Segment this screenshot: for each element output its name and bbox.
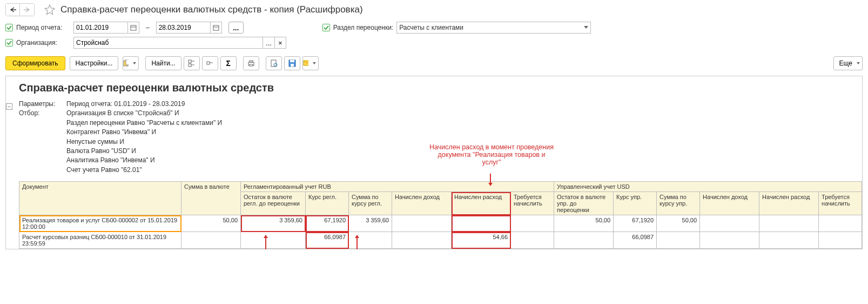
titlebar: Справка-расчет переоценки валютных средс…: [0, 0, 868, 19]
collapse-handle[interactable]: −: [6, 103, 12, 110]
calendar-icon: [213, 24, 219, 31]
svg-rect-19: [291, 64, 294, 67]
th-expense-mgmt: Начислен расход: [759, 192, 819, 215]
th-sum-reg: Сумма по курсу регл.: [349, 192, 392, 215]
find-button[interactable]: Найти...: [145, 56, 181, 70]
report-table: Документ Сумма в валюте Регламентированн…: [19, 181, 862, 249]
register-button[interactable]: [266, 56, 282, 70]
expand-groups-button[interactable]: [184, 56, 200, 70]
document-view-icon: [270, 60, 278, 67]
table-cell: [511, 215, 554, 232]
table-cell: Реализация товаров и услуг СБ00-000002 о…: [19, 215, 181, 232]
settings-button[interactable]: Настройки...: [70, 56, 119, 70]
table-cell: [554, 232, 614, 249]
org-ellipsis-button[interactable]: ...: [263, 37, 274, 49]
table-cell: [700, 232, 759, 249]
svg-rect-5: [126, 60, 129, 65]
check-icon: [6, 40, 12, 45]
th-sum-mgmt: Сумма по курсу упр.: [657, 192, 700, 215]
find-label: Найти...: [151, 60, 175, 67]
form-button[interactable]: Сформировать: [5, 56, 65, 70]
section-checkbox[interactable]: [322, 24, 330, 31]
table-cell: 3 359,60: [349, 215, 392, 232]
period-checkbox[interactable]: [5, 24, 13, 31]
th-sum-cur: Сумма в валюте: [181, 182, 241, 215]
th-mgmt-group: Управленческий учет USD: [554, 182, 862, 192]
table-cell: 3 359,60: [241, 215, 306, 232]
table-cell: [349, 232, 392, 249]
th-rate-reg: Курс регл.: [306, 192, 349, 215]
toolbar: Сформировать Настройки... Найти... Σ Еще: [0, 53, 868, 74]
mail-icon: [303, 60, 308, 67]
table-row[interactable]: Реализация товаров и услуг СБ00-000002 о…: [19, 215, 862, 232]
th-bal-reg: Остаток в валюте регл. до переоценки: [241, 192, 306, 215]
date-to-picker-button[interactable]: [210, 22, 222, 34]
back-button[interactable]: [6, 4, 20, 16]
table-cell: 66,0987: [614, 232, 657, 249]
section-value: Расчеты с клиентами: [399, 24, 463, 31]
page-title: Справка-расчет переоценки валютных средс…: [60, 4, 363, 15]
table-row[interactable]: Расчет курсовых разниц СБ00-000010 от 31…: [19, 232, 862, 249]
params-panel: Период отчета: – ... Раздел переоценки: …: [0, 19, 868, 51]
more-button[interactable]: Еще: [833, 56, 863, 70]
table-cell: 66,0987: [306, 232, 349, 249]
date-from-input[interactable]: [73, 22, 127, 34]
table-cell: 50,00: [657, 215, 700, 232]
nav-group: [5, 3, 35, 16]
settings-label: Настройки...: [76, 60, 113, 67]
send-button[interactable]: [302, 56, 319, 70]
print-button[interactable]: [243, 56, 259, 70]
report-filter-line: Контрагент Равно "Инвема" И: [66, 128, 222, 137]
org-input[interactable]: [73, 37, 263, 49]
report-filter-line: Непустые суммы И: [66, 137, 222, 147]
favorite-icon[interactable]: [44, 4, 55, 15]
table-cell: [759, 232, 819, 249]
table-cell: [181, 232, 241, 249]
org-checkbox[interactable]: [5, 39, 13, 47]
check-icon: [6, 25, 12, 30]
table-cell: 67,1920: [306, 215, 349, 232]
report-filter-line: Раздел переоценки Равно "Расчеты с клиен…: [66, 118, 222, 128]
th-rate-mgmt: Курс упр.: [614, 192, 657, 215]
th-income-mgmt: Начислен доход: [700, 192, 759, 215]
floppy-icon: [288, 60, 296, 67]
forward-button[interactable]: [20, 4, 34, 16]
th-accrue-reg: Требуется начислить: [511, 192, 554, 215]
th-doc: Документ: [19, 182, 181, 215]
th-income-reg: Начислен доход: [392, 192, 452, 215]
collapse-tree-icon: [206, 60, 214, 67]
save-button[interactable]: [284, 56, 300, 70]
th-expense-reg: Начислен расход: [452, 192, 511, 215]
table-cell: [241, 232, 306, 249]
calendar-icon: [130, 24, 137, 31]
print-icon: [247, 60, 255, 67]
section-select[interactable]: Расчеты с клиентами: [396, 22, 591, 34]
variants-icon: [123, 60, 129, 67]
svg-rect-14: [250, 64, 253, 66]
table-cell: [700, 215, 759, 232]
svg-rect-10: [207, 62, 210, 64]
date-to-input[interactable]: [156, 22, 210, 34]
sum-button[interactable]: Σ: [220, 56, 237, 70]
table-cell: [657, 232, 700, 249]
org-clear-button[interactable]: ×: [274, 37, 286, 49]
org-label: Организация:: [16, 39, 70, 47]
svg-rect-6: [189, 60, 191, 63]
period-ellipsis-button[interactable]: ...: [228, 22, 244, 34]
section-label: Раздел переоценки:: [333, 24, 394, 31]
th-accrue-mgmt: Требуется начислить: [819, 192, 862, 215]
svg-rect-18: [290, 60, 294, 62]
report-filter-line: Счет учета Равно "62.01": [66, 166, 222, 175]
variants-button[interactable]: [123, 56, 139, 70]
report-title: Справка-расчет переоценки валютных средс…: [19, 82, 854, 94]
report-filter-line: Валюта Равно "USD" И: [66, 147, 222, 156]
report-filter-label: Отбор:: [19, 109, 66, 175]
table-cell: [452, 215, 511, 232]
table-cell: Расчет курсовых разниц СБ00-000010 от 31…: [19, 232, 181, 249]
report-filter-line: Аналитика Равно "Инвема" И: [66, 156, 222, 165]
chevron-down-icon: [584, 26, 588, 29]
collapse-groups-button[interactable]: [202, 56, 218, 70]
date-from-picker-button[interactable]: [127, 22, 139, 34]
arrow-right-icon: [23, 6, 31, 13]
table-cell: 50,00: [181, 215, 241, 232]
